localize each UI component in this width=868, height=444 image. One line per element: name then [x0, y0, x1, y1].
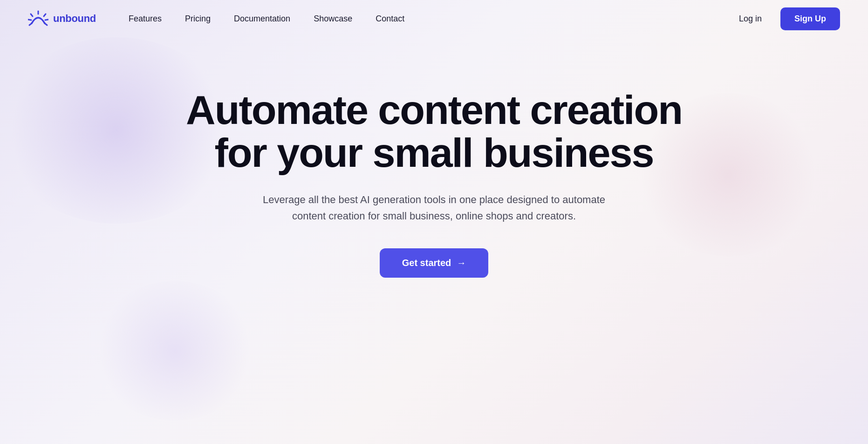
navbar: unbound Features Pricing Documentation S… — [0, 0, 868, 37]
svg-line-6 — [45, 23, 47, 25]
brand-name: unbound — [53, 13, 96, 25]
svg-line-2 — [44, 14, 46, 16]
logo-icon — [28, 10, 48, 27]
navbar-right: Log in Sign Up — [731, 7, 840, 30]
nav-showcase[interactable]: Showcase — [304, 10, 362, 27]
signup-button[interactable]: Sign Up — [780, 7, 840, 30]
svg-line-3 — [28, 20, 31, 20]
hero-section: Automate content creation for your small… — [0, 51, 868, 306]
cta-arrow-icon: → — [457, 258, 466, 268]
logo[interactable]: unbound — [28, 10, 96, 27]
hero-title: Automate content creation for your small… — [178, 89, 690, 175]
nav-features[interactable]: Features — [119, 10, 171, 27]
nav-contact[interactable]: Contact — [366, 10, 414, 27]
login-link[interactable]: Log in — [731, 10, 769, 27]
nav-links: Features Pricing Documentation Showcase … — [119, 10, 414, 27]
page-wrapper: unbound Features Pricing Documentation S… — [0, 0, 868, 444]
get-started-button[interactable]: Get started → — [380, 248, 489, 278]
nav-pricing[interactable]: Pricing — [176, 10, 220, 27]
svg-line-4 — [45, 20, 48, 20]
cta-label: Get started — [402, 258, 451, 268]
nav-documentation[interactable]: Documentation — [225, 10, 300, 27]
svg-line-5 — [29, 23, 32, 25]
hero-subtitle: Leverage all the best AI generation tool… — [257, 191, 611, 224]
svg-line-1 — [31, 14, 33, 16]
navbar-left: unbound Features Pricing Documentation S… — [28, 10, 414, 27]
